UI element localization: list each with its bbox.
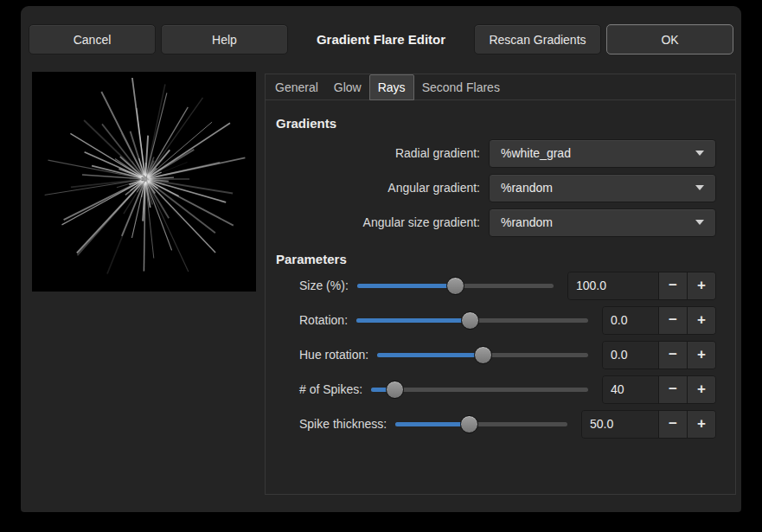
plus-icon: +	[697, 381, 706, 398]
size-spinbox: 100.0 − +	[567, 272, 716, 300]
spike-thickness-spinbox: 50.0 − +	[581, 410, 716, 439]
hue-rotation-label: Hue rotation:	[299, 348, 368, 362]
spikes-slider[interactable]	[371, 381, 588, 399]
rotation-decrement-button[interactable]: −	[658, 307, 687, 334]
hue-rotation-increment-button[interactable]: +	[687, 342, 715, 369]
size-increment-button[interactable]: +	[687, 272, 715, 299]
plus-icon: +	[697, 346, 706, 363]
angular-size-gradient-row: Angular size gradient: %random	[276, 205, 716, 240]
angular-size-gradient-label: Angular size gradient:	[276, 215, 489, 229]
hue-rotation-decrement-button[interactable]: −	[658, 342, 687, 369]
slider-handle[interactable]	[446, 277, 464, 295]
slider-fill	[356, 318, 470, 323]
tab-general[interactable]: General	[267, 74, 326, 99]
slider-fill	[377, 353, 483, 357]
hue-rotation-input[interactable]: 0.0	[603, 342, 658, 369]
dropdown-arrow-icon	[695, 220, 704, 225]
angular-size-gradient-value: %random	[501, 215, 553, 229]
flare-preview	[32, 72, 256, 292]
spike-thickness-row: Spike thickness: 50.0 − +	[276, 407, 716, 441]
help-button[interactable]: Help	[161, 24, 288, 54]
rotation-spinbox: 0.0 − +	[602, 306, 716, 335]
plus-icon: +	[697, 311, 706, 329]
dropdown-arrow-icon	[695, 185, 704, 190]
angular-gradient-value: %random	[501, 181, 553, 195]
spike-thickness-label: Spike thickness:	[299, 417, 387, 431]
rotation-row: Rotation: 0.0 − +	[276, 303, 716, 337]
hue-rotation-slider[interactable]	[377, 346, 588, 364]
slider-fill	[357, 284, 456, 288]
angular-gradient-label: Angular gradient:	[276, 181, 489, 195]
size-label: Size (%):	[299, 279, 349, 292]
angular-gradient-select[interactable]: %random	[489, 174, 716, 202]
minus-icon: −	[669, 346, 677, 363]
rotation-input[interactable]: 0.0	[603, 307, 658, 334]
parameters-heading: Parameters	[276, 252, 716, 266]
radial-gradient-label: Radial gradient:	[276, 146, 489, 160]
angular-size-gradient-select[interactable]: %random	[489, 208, 716, 237]
slider-handle[interactable]	[386, 381, 404, 399]
plus-icon: +	[697, 415, 706, 433]
rotation-increment-button[interactable]: +	[687, 307, 715, 334]
radial-gradient-value: %white_grad	[501, 146, 571, 160]
flare-core	[142, 176, 150, 183]
spikes-spinbox: 40 − +	[602, 375, 716, 404]
spike-thickness-increment-button[interactable]: +	[687, 411, 715, 438]
flare-preview-image	[32, 72, 256, 292]
cancel-button[interactable]: Cancel	[29, 24, 156, 54]
spikes-increment-button[interactable]: +	[687, 376, 715, 403]
header-bar: Cancel Help Gradient Flare Editor Rescan…	[21, 6, 741, 54]
slider-handle[interactable]	[461, 311, 479, 330]
gradients-heading: Gradients	[276, 116, 716, 131]
spikes-row: # of Spikes: 40 − +	[276, 372, 716, 407]
angular-gradient-row: Angular gradient: %random	[276, 170, 716, 205]
slider-handle[interactable]	[460, 415, 478, 433]
dropdown-arrow-icon	[695, 151, 704, 156]
dialog-title: Gradient Flare Editor	[293, 32, 469, 47]
radial-gradient-row: Radial gradient: %white_grad	[276, 136, 716, 170]
rays-tab-content: Gradients Radial gradient: %white_grad A…	[266, 100, 735, 441]
size-row: Size (%): 100.0 − +	[276, 268, 716, 303]
size-decrement-button[interactable]: −	[658, 272, 687, 299]
tab-second-flares[interactable]: Second Flares	[414, 74, 508, 99]
tab-bar: General Glow Rays Second Flares	[266, 74, 735, 100]
minus-icon: −	[669, 311, 677, 329]
spikes-input[interactable]: 40	[603, 376, 658, 403]
tab-glow[interactable]: Glow	[326, 74, 369, 99]
size-input[interactable]: 100.0	[568, 272, 658, 299]
ok-button[interactable]: OK	[606, 24, 733, 54]
minus-icon: −	[669, 277, 677, 294]
minus-icon: −	[669, 381, 677, 398]
spikes-decrement-button[interactable]: −	[658, 376, 687, 403]
plus-icon: +	[697, 277, 706, 294]
rotation-slider[interactable]	[356, 311, 588, 330]
spike-thickness-input[interactable]: 50.0	[582, 411, 658, 438]
settings-notebook: General Glow Rays Second Flares Gradient…	[265, 74, 736, 495]
spikes-label: # of Spikes:	[299, 382, 362, 396]
slider-handle[interactable]	[474, 346, 492, 364]
size-slider[interactable]	[357, 277, 554, 295]
rotation-label: Rotation:	[299, 313, 348, 327]
hue-rotation-row: Hue rotation: 0.0 − +	[276, 337, 716, 372]
rescan-gradients-button[interactable]: Rescan Gradients	[474, 24, 601, 54]
spike-thickness-decrement-button[interactable]: −	[658, 411, 687, 438]
slider-fill	[395, 422, 469, 426]
spike-thickness-slider[interactable]	[395, 415, 567, 433]
tab-rays[interactable]: Rays	[369, 74, 414, 100]
gradient-flare-editor-dialog: Cancel Help Gradient Flare Editor Rescan…	[21, 6, 741, 512]
minus-icon: −	[669, 415, 677, 433]
hue-rotation-spinbox: 0.0 − +	[602, 341, 716, 369]
radial-gradient-select[interactable]: %white_grad	[489, 139, 716, 168]
